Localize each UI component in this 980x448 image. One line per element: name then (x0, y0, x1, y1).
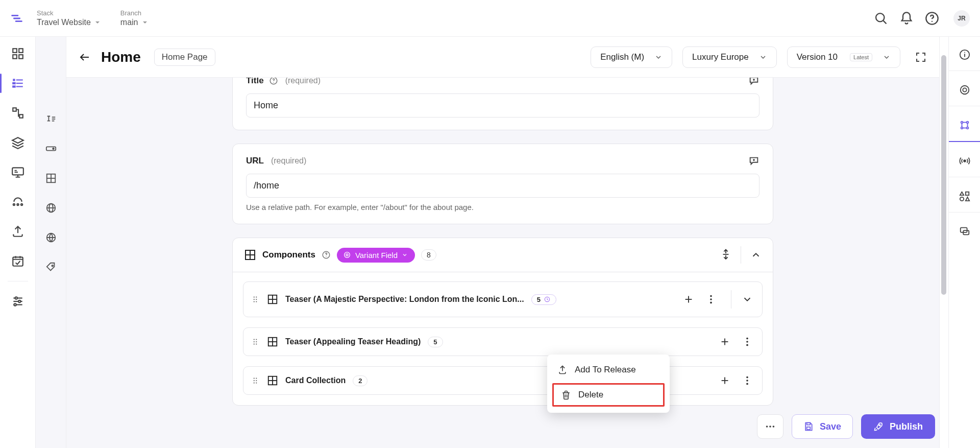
add-icon[interactable] (719, 336, 730, 347)
svg-point-109 (966, 122, 968, 124)
drag-icon[interactable] (251, 337, 260, 346)
add-icon[interactable] (683, 294, 694, 305)
globe-icon[interactable] (45, 202, 57, 214)
locale-selector[interactable]: English (M) (591, 46, 672, 68)
help-icon[interactable] (925, 11, 939, 26)
save-button[interactable]: Save (792, 414, 853, 439)
search-icon[interactable] (874, 11, 888, 26)
svg-point-87 (254, 378, 255, 379)
scrollbar[interactable] (939, 37, 948, 448)
help-icon[interactable] (322, 250, 331, 260)
version-selector[interactable]: Version 10 Latest (787, 46, 900, 68)
settings-icon[interactable] (11, 295, 24, 308)
tree-icon[interactable] (11, 106, 24, 120)
svg-point-62 (254, 301, 255, 302)
svg-rect-21 (13, 257, 23, 266)
back-button[interactable] (79, 51, 91, 63)
layers-icon[interactable] (11, 136, 24, 149)
publish-button[interactable]: Publish (861, 414, 935, 439)
svg-point-63 (256, 301, 257, 302)
svg-rect-11 (16, 83, 22, 84)
menu-add-to-release[interactable]: Add To Release (547, 359, 670, 381)
url-input[interactable] (246, 174, 760, 198)
shapes-icon[interactable] (959, 191, 970, 202)
inspector-rail (948, 37, 980, 448)
grid-icon (267, 336, 278, 347)
drag-icon[interactable] (251, 295, 260, 304)
svg-point-119 (960, 197, 963, 201)
more-button[interactable] (757, 414, 783, 439)
fullscreen-icon[interactable] (915, 51, 927, 63)
help-icon[interactable] (269, 78, 278, 85)
component-title: Card Collection (285, 376, 346, 385)
chat-icon[interactable] (959, 226, 970, 237)
variant-selector[interactable]: Luxury Europe (682, 46, 777, 68)
svg-point-20 (20, 204, 22, 205)
reorder-icon[interactable] (720, 248, 731, 262)
svg-point-73 (254, 339, 255, 340)
stack-branch-selector: Stack Travel Website Branch main (37, 9, 148, 27)
field-url: URL (required) Use a relative path. For … (232, 144, 773, 224)
live-icon[interactable] (959, 155, 970, 167)
variant-field-pill[interactable]: Variant Field (337, 248, 415, 263)
text-icon[interactable] (45, 113, 57, 125)
svg-point-100 (746, 383, 748, 385)
components-count: 8 (421, 249, 436, 261)
kebab-icon[interactable] (705, 294, 717, 305)
svg-rect-7 (19, 55, 23, 59)
drag-icon[interactable] (251, 376, 260, 385)
component-title: Teaser (A Majestic Perspective: London f… (285, 295, 524, 304)
automation-icon[interactable] (11, 195, 24, 208)
svg-point-54 (345, 252, 350, 258)
workflow-icon[interactable] (959, 120, 970, 131)
kebab-icon[interactable] (742, 336, 753, 347)
user-avatar[interactable]: JR (953, 10, 970, 27)
bell-icon[interactable] (899, 11, 914, 26)
add-icon[interactable] (719, 375, 730, 386)
svg-point-59 (256, 296, 257, 297)
chevron-down-icon[interactable] (742, 294, 753, 305)
svg-marker-117 (960, 192, 963, 195)
svg-rect-17 (12, 168, 23, 175)
kebab-icon[interactable] (742, 375, 753, 386)
grid-icon[interactable] (45, 173, 57, 184)
calendar-icon[interactable] (11, 254, 24, 268)
chevron-down-icon (883, 53, 891, 61)
dashboard-icon[interactable] (11, 47, 24, 60)
svg-point-70 (710, 295, 712, 297)
release-icon (557, 365, 568, 375)
monitor-icon[interactable] (11, 166, 24, 179)
component-row: Card Collection 2 (243, 366, 763, 395)
comment-icon[interactable] (748, 78, 760, 86)
target-icon[interactable] (959, 84, 970, 96)
scroll-thumb[interactable] (941, 55, 946, 295)
globe-alt-icon[interactable] (45, 232, 57, 243)
title-input[interactable] (246, 93, 760, 117)
svg-point-75 (254, 341, 255, 342)
branch-selector[interactable]: Branch main (120, 9, 148, 27)
svg-point-19 (17, 204, 18, 205)
menu-label: Delete (578, 390, 603, 400)
collapse-icon[interactable] (750, 249, 762, 261)
svg-point-86 (746, 344, 748, 346)
component-badge: 5 (428, 337, 443, 347)
entries-icon[interactable] (11, 77, 24, 90)
stack-selector[interactable]: Stack Travel Website (37, 9, 100, 27)
info-icon[interactable] (959, 49, 970, 60)
svg-point-18 (13, 204, 14, 205)
menu-delete[interactable]: Delete (552, 383, 665, 407)
tag-icon[interactable] (45, 262, 57, 273)
component-badge: 5 (531, 294, 556, 305)
svg-point-106 (960, 86, 969, 95)
svg-marker-120 (965, 197, 969, 201)
upload-icon[interactable] (11, 225, 24, 238)
entry-title: Home (101, 49, 141, 65)
svg-point-25 (18, 300, 20, 302)
svg-point-116 (964, 160, 966, 162)
panel-icon[interactable] (45, 143, 57, 154)
app-logo[interactable] (9, 11, 24, 26)
grid-icon (267, 294, 278, 305)
svg-rect-8 (13, 79, 15, 81)
comment-icon[interactable] (748, 155, 760, 167)
svg-rect-6 (13, 55, 17, 59)
